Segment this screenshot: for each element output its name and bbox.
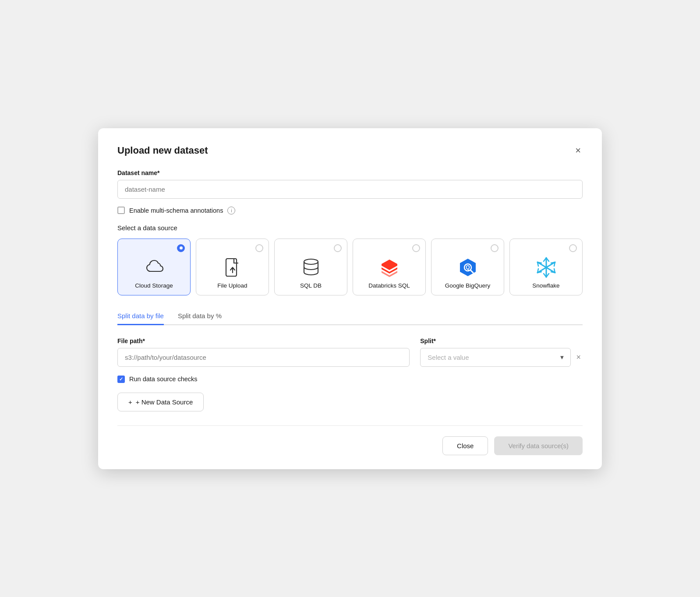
datasource-cloud-label: Cloud Storage xyxy=(135,282,173,289)
datasource-section-label: Select a data source xyxy=(117,224,583,232)
modal-header: Upload new dataset × xyxy=(117,144,583,157)
databricks-icon xyxy=(378,256,401,279)
radio-databricks xyxy=(412,244,420,252)
svg-rect-0 xyxy=(226,259,237,276)
run-checks-row: ✓ Run data source checks xyxy=(117,376,583,383)
radio-sql xyxy=(334,244,342,252)
datasource-snowflake-label: Snowflake xyxy=(532,282,559,289)
datasource-grid: Cloud Storage File Upload xyxy=(117,239,583,295)
multi-schema-label: Enable multi-schema annotations xyxy=(129,207,223,214)
snowflake-icon xyxy=(537,256,556,279)
split-select-wrap: Select a value ▼ xyxy=(420,348,571,367)
radio-cloud xyxy=(177,244,185,252)
modal-footer: Close Verify data source(s) xyxy=(117,436,583,455)
new-data-source-label: + New Data Source xyxy=(136,398,193,406)
bigquery-icon: Q xyxy=(457,256,478,279)
split-group: Split* Select a value ▼ × xyxy=(420,337,583,367)
plus-icon: + xyxy=(128,398,132,406)
close-modal-button[interactable]: × xyxy=(573,144,583,157)
radio-snowflake xyxy=(569,244,577,252)
verify-button: Verify data source(s) xyxy=(494,436,583,455)
tabs-row: Split data by file Split data by % xyxy=(117,308,583,325)
multi-schema-checkbox[interactable] xyxy=(117,207,125,214)
upload-dataset-modal: Upload new dataset × Dataset name* Enabl… xyxy=(98,128,602,469)
radio-file xyxy=(255,244,263,252)
datasource-card-databricks[interactable]: Databricks SQL xyxy=(353,239,426,295)
split-select[interactable]: Select a value xyxy=(420,348,571,367)
datasource-card-file[interactable]: File Upload xyxy=(196,239,269,295)
info-icon[interactable]: i xyxy=(227,207,235,214)
datasource-databricks-label: Databricks SQL xyxy=(368,282,410,289)
file-path-label: File path* xyxy=(117,337,410,344)
close-button[interactable]: Close xyxy=(442,436,488,455)
file-path-split-row: File path* Split* Select a value ▼ × xyxy=(117,337,583,367)
multi-schema-row: Enable multi-schema annotations i xyxy=(117,207,583,214)
radio-bigquery xyxy=(491,244,498,252)
split-select-row: Select a value ▼ × xyxy=(420,348,583,367)
tab-split-by-file[interactable]: Split data by file xyxy=(117,308,164,325)
run-checks-label: Run data source checks xyxy=(129,376,198,383)
datasource-card-sql[interactable]: SQL DB xyxy=(274,239,347,295)
datasource-card-cloud[interactable]: Cloud Storage xyxy=(117,239,191,295)
svg-text:Q: Q xyxy=(466,264,470,270)
run-checks-checkbox[interactable]: ✓ xyxy=(117,376,125,383)
file-upload-icon xyxy=(224,256,241,279)
datasource-card-bigquery[interactable]: Q Google BigQuery xyxy=(431,239,504,295)
datasource-sql-label: SQL DB xyxy=(300,282,322,289)
checkmark-icon: ✓ xyxy=(119,376,123,382)
file-path-input[interactable] xyxy=(117,348,410,367)
tab-split-by-percent[interactable]: Split data by % xyxy=(178,308,222,325)
dataset-name-input[interactable] xyxy=(117,180,583,199)
file-path-group: File path* xyxy=(117,337,410,367)
dataset-name-label: Dataset name* xyxy=(117,169,583,176)
svg-point-1 xyxy=(304,259,318,264)
datasource-file-label: File Upload xyxy=(217,282,247,289)
datasource-bigquery-label: Google BigQuery xyxy=(445,282,491,289)
new-data-source-button[interactable]: + + New Data Source xyxy=(117,393,204,411)
footer-divider xyxy=(117,425,583,426)
cloud-storage-icon xyxy=(144,256,165,279)
modal-title: Upload new dataset xyxy=(117,145,208,156)
split-label: Split* xyxy=(420,337,583,344)
clear-split-button[interactable]: × xyxy=(574,351,583,363)
sql-db-icon xyxy=(301,256,321,279)
datasource-card-snowflake[interactable]: Snowflake xyxy=(509,239,583,295)
